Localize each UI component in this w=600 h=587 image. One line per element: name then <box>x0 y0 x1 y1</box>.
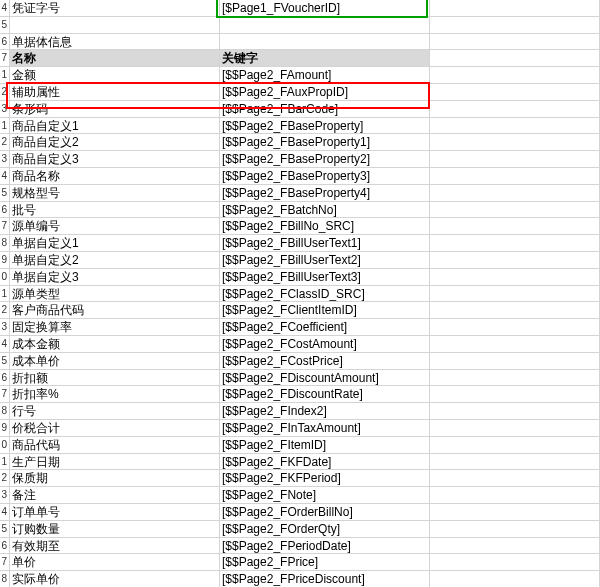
cell-keyword[interactable]: [$Page1_FVoucherID] <box>220 0 430 16</box>
cell-keyword[interactable]: [$$Page2_FPrice] <box>220 554 430 570</box>
cell-empty[interactable] <box>430 67 600 83</box>
cell-empty[interactable] <box>430 185 600 201</box>
cell-empty[interactable] <box>430 454 600 470</box>
cell-empty[interactable] <box>430 235 600 251</box>
table-row[interactable]: 4凭证字号[$Page1_FVoucherID] <box>0 0 600 17</box>
table-row[interactable]: 1生产日期[$$Page2_FKFDate] <box>0 454 600 471</box>
table-row[interactable]: 8行号[$$Page2_FIndex2] <box>0 403 600 420</box>
cell-keyword[interactable]: [$$Page2_FAuxPropID] <box>220 84 430 100</box>
cell-empty[interactable] <box>430 521 600 537</box>
table-row[interactable]: 1金额[$$Page2_FAmount] <box>0 67 600 84</box>
cell-keyword[interactable]: [$$Page2_FAmount] <box>220 67 430 83</box>
cell-empty[interactable] <box>430 34 600 50</box>
cell-name[interactable]: 商品自定义1 <box>10 118 220 134</box>
table-row[interactable]: 8单据自定义1[$$Page2_FBillUserText1] <box>0 235 600 252</box>
cell-empty[interactable] <box>430 118 600 134</box>
cell-name[interactable]: 订单单号 <box>10 504 220 520</box>
cell-name[interactable]: 源单编号 <box>10 218 220 234</box>
cell-keyword[interactable]: [$$Page2_FClientItemID] <box>220 302 430 318</box>
cell-name[interactable]: 单据自定义1 <box>10 235 220 251</box>
table-row[interactable]: 2客户商品代码[$$Page2_FClientItemID] <box>0 302 600 319</box>
cell-empty[interactable] <box>430 50 600 66</box>
cell-empty[interactable] <box>430 554 600 570</box>
cell-empty[interactable] <box>430 353 600 369</box>
cell-empty[interactable] <box>430 84 600 100</box>
table-row[interactable]: 7源单编号[$$Page2_FBillNo_SRC] <box>0 218 600 235</box>
cell-empty[interactable] <box>430 336 600 352</box>
cell-name[interactable]: 客户商品代码 <box>10 302 220 318</box>
cell-empty[interactable] <box>430 319 600 335</box>
cell-keyword[interactable]: [$$Page2_FCostAmount] <box>220 336 430 352</box>
cell-name[interactable]: 有效期至 <box>10 538 220 554</box>
cell-empty[interactable] <box>430 17 600 33</box>
cell-empty[interactable] <box>430 286 600 302</box>
table-row[interactable]: 1商品自定义1[$$Page2_FBaseProperty] <box>0 118 600 135</box>
cell-keyword[interactable]: [$$Page2_FBaseProperty3] <box>220 168 430 184</box>
table-row[interactable]: 3条形码[$$Page2_FBarCode] <box>0 101 600 118</box>
cell-name[interactable]: 订购数量 <box>10 521 220 537</box>
table-row[interactable]: 5规格型号[$$Page2_FBaseProperty4] <box>0 185 600 202</box>
table-row[interactable]: 6批号[$$Page2_FBatchNo] <box>0 202 600 219</box>
cell-keyword[interactable] <box>220 17 430 33</box>
table-row[interactable]: 5成本单价[$$Page2_FCostPrice] <box>0 353 600 370</box>
table-row[interactable]: 1源单类型[$$Page2_FClassID_SRC] <box>0 286 600 303</box>
cell-name[interactable]: 固定换算率 <box>10 319 220 335</box>
cell-empty[interactable] <box>430 269 600 285</box>
cell-keyword[interactable]: [$$Page2_FPeriodDate] <box>220 538 430 554</box>
cell-name[interactable]: 生产日期 <box>10 454 220 470</box>
cell-empty[interactable] <box>430 420 600 436</box>
cell-name[interactable]: 规格型号 <box>10 185 220 201</box>
cell-empty[interactable] <box>430 151 600 167</box>
cell-keyword[interactable]: [$$Page2_FInTaxAmount] <box>220 420 430 436</box>
cell-keyword[interactable]: 关键字 <box>220 50 430 66</box>
cell-keyword[interactable]: [$$Page2_FPriceDiscount] <box>220 571 430 587</box>
table-row[interactable]: 0单据自定义3[$$Page2_FBillUserText3] <box>0 269 600 286</box>
cell-keyword[interactable]: [$$Page2_FBaseProperty4] <box>220 185 430 201</box>
cell-name[interactable]: 凭证字号 <box>10 0 220 16</box>
cell-keyword[interactable]: [$$Page2_FCoefficient] <box>220 319 430 335</box>
spreadsheet-grid[interactable]: 4凭证字号[$Page1_FVoucherID]56单据体信息7名称关键字1金额… <box>0 0 600 587</box>
cell-name[interactable]: 批号 <box>10 202 220 218</box>
cell-keyword[interactable]: [$$Page2_FOrderQty] <box>220 521 430 537</box>
cell-name[interactable]: 商品自定义2 <box>10 134 220 150</box>
cell-keyword[interactable]: [$$Page2_FBarCode] <box>220 101 430 117</box>
cell-name[interactable]: 金额 <box>10 67 220 83</box>
cell-keyword[interactable]: [$$Page2_FBillUserText2] <box>220 252 430 268</box>
table-row[interactable]: 2保质期[$$Page2_FKFPeriod] <box>0 470 600 487</box>
cell-empty[interactable] <box>430 386 600 402</box>
cell-name[interactable]: 单据自定义2 <box>10 252 220 268</box>
cell-name[interactable]: 保质期 <box>10 470 220 486</box>
cell-name[interactable]: 商品自定义3 <box>10 151 220 167</box>
cell-keyword[interactable]: [$$Page2_FBaseProperty2] <box>220 151 430 167</box>
cell-name[interactable]: 单据体信息 <box>10 34 220 50</box>
cell-keyword[interactable]: [$$Page2_FOrderBillNo] <box>220 504 430 520</box>
cell-keyword[interactable]: [$$Page2_FDiscountRate] <box>220 386 430 402</box>
table-row[interactable]: 7单价[$$Page2_FPrice] <box>0 554 600 571</box>
table-row[interactable]: 5订购数量[$$Page2_FOrderQty] <box>0 521 600 538</box>
table-row[interactable]: 7名称关键字 <box>0 50 600 67</box>
cell-empty[interactable] <box>430 218 600 234</box>
cell-empty[interactable] <box>430 134 600 150</box>
table-row[interactable]: 6单据体信息 <box>0 34 600 51</box>
table-row[interactable]: 4商品名称[$$Page2_FBaseProperty3] <box>0 168 600 185</box>
cell-empty[interactable] <box>430 168 600 184</box>
cell-name[interactable]: 辅助属性 <box>10 84 220 100</box>
cell-empty[interactable] <box>430 101 600 117</box>
table-row[interactable]: 8实际单价[$$Page2_FPriceDiscount] <box>0 571 600 587</box>
table-row[interactable]: 4订单单号[$$Page2_FOrderBillNo] <box>0 504 600 521</box>
cell-name[interactable]: 单据自定义3 <box>10 269 220 285</box>
cell-keyword[interactable]: [$$Page2_FBaseProperty] <box>220 118 430 134</box>
table-row[interactable]: 3固定换算率[$$Page2_FCoefficient] <box>0 319 600 336</box>
cell-keyword[interactable]: [$$Page2_FIndex2] <box>220 403 430 419</box>
cell-name[interactable]: 备注 <box>10 487 220 503</box>
cell-empty[interactable] <box>430 538 600 554</box>
cell-keyword[interactable]: [$$Page2_FClassID_SRC] <box>220 286 430 302</box>
cell-keyword[interactable]: [$$Page2_FNote] <box>220 487 430 503</box>
cell-keyword[interactable]: [$$Page2_FBillNo_SRC] <box>220 218 430 234</box>
cell-empty[interactable] <box>430 202 600 218</box>
cell-name[interactable]: 源单类型 <box>10 286 220 302</box>
cell-keyword[interactable]: [$$Page2_FBillUserText1] <box>220 235 430 251</box>
cell-name[interactable]: 商品名称 <box>10 168 220 184</box>
cell-empty[interactable] <box>430 437 600 453</box>
cell-keyword[interactable]: [$$Page2_FDiscountAmount] <box>220 370 430 386</box>
